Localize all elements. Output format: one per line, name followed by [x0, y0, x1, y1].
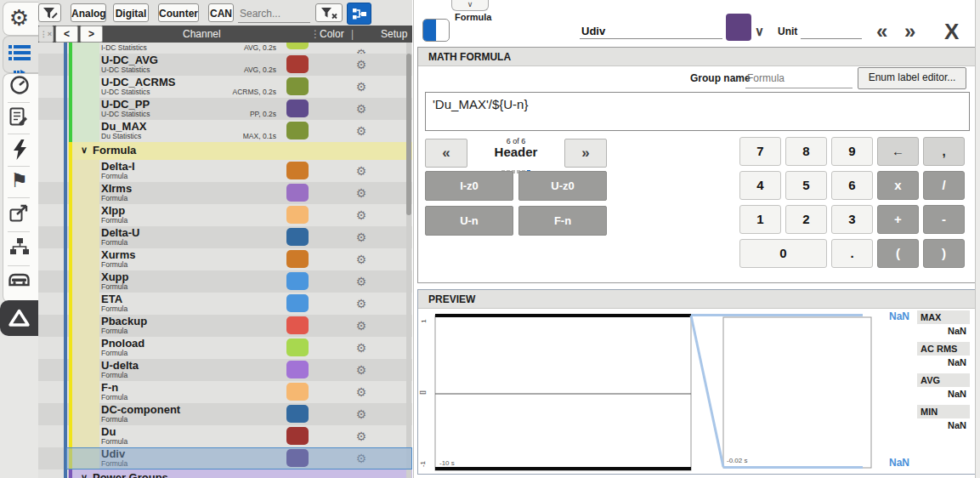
function-button-f-n[interactable]: F-n [518, 206, 607, 236]
keypad-key[interactable]: ( [877, 239, 919, 268]
group-collapse-chevron-icon[interactable]: ∨ [81, 142, 88, 158]
keypad-key[interactable]: . [831, 239, 873, 268]
page-prev-button[interactable]: < [55, 26, 78, 43]
keypad-key[interactable]: , [923, 137, 965, 166]
channel-row[interactable]: XIppFormula⚙ [38, 204, 412, 226]
setup-file-icon[interactable] [0, 107, 38, 132]
channel-row[interactable]: UdivFormula⚙ [38, 447, 412, 469]
column-channel[interactable]: Channel [183, 28, 221, 40]
column-setup[interactable]: Setup [381, 28, 407, 40]
enum-label-editor-button[interactable]: Enum label editor... [858, 67, 966, 89]
unit-input[interactable] [801, 24, 862, 39]
vehicle-car-icon[interactable] [0, 272, 38, 290]
channel-setup-gear-icon[interactable]: ⚙ [353, 230, 370, 245]
channel-color-swatch[interactable] [286, 162, 309, 179]
channel-name-input[interactable] [580, 24, 722, 39]
channel-row[interactable]: U-DC_AVGU-DC StatisticsAVG, 0.2s⚙ [38, 54, 412, 76]
channel-row[interactable]: Du_MAXDu StatisticsMAX, 0.1s⚙ [38, 120, 412, 142]
channel-row[interactable]: U-deltaFormula⚙ [38, 359, 412, 381]
channel-row[interactable]: F-nFormula⚙ [38, 381, 412, 403]
channel-row[interactable]: ETAFormula⚙ [38, 293, 412, 315]
channel-setup-gear-icon[interactable]: ⚙ [353, 163, 370, 179]
channel-color-swatch[interactable] [286, 250, 309, 268]
channel-row[interactable]: PbackupFormula⚙ [38, 315, 412, 337]
channel-color-swatch[interactable] [286, 294, 309, 312]
channel-color-swatch[interactable] [286, 228, 309, 246]
clear-sort-button[interactable]: ⋮× [38, 26, 54, 43]
events-flag-icon[interactable]: ⚑ [0, 170, 38, 191]
settings-gear-icon[interactable]: ⚙ [0, 6, 38, 30]
prev-channel-button[interactable]: « [876, 20, 887, 43]
channel-color-swatch[interactable] [286, 339, 309, 356]
channel-row[interactable]: DuFormula⚙ [38, 425, 412, 447]
keypad-key[interactable]: 3 [831, 205, 873, 234]
channel-color-swatch[interactable] [726, 14, 751, 41]
channel-setup-gear-icon[interactable]: ⚙ [353, 340, 370, 356]
filter-digital-button[interactable]: Digital [113, 3, 149, 22]
export-share-icon[interactable] [0, 204, 38, 226]
filter-counter-button[interactable]: Counter [158, 3, 199, 22]
keypad-page-next-button[interactable]: » [564, 139, 607, 168]
channel-setup-gear-icon[interactable]: ⚙ [353, 429, 370, 444]
keypad-key[interactable]: 7 [739, 137, 781, 166]
channel-setup-gear-icon[interactable]: ⚙ [353, 208, 370, 223]
channel-color-swatch[interactable] [286, 272, 309, 290]
function-button-u-n[interactable]: U-n [425, 206, 513, 236]
channel-setup-gear-icon[interactable]: ⚙ [353, 362, 370, 378]
channel-color-swatch[interactable] [286, 316, 309, 334]
keypad-page-prev-button[interactable]: « [425, 139, 467, 168]
measure-gauge-icon[interactable] [0, 75, 38, 99]
channel-tree-button[interactable] [347, 3, 371, 25]
function-button-u-z0[interactable]: U-z0 [518, 171, 607, 201]
channel-row[interactable]: Delta-UFormula⚙ [38, 226, 412, 248]
keypad-key[interactable]: / [923, 171, 965, 200]
next-channel-button[interactable]: » [904, 20, 915, 43]
system-tree-icon[interactable] [0, 238, 38, 259]
keypad-key[interactable]: ) [923, 239, 965, 268]
channel-setup-gear-icon[interactable]: ⚙ [353, 296, 370, 311]
close-button[interactable]: X [944, 20, 959, 43]
group-header-row[interactable]: ∨Formula [38, 142, 412, 160]
channel-row[interactable]: PnoloadFormula⚙ [38, 337, 412, 359]
storing-bolt-icon[interactable] [0, 139, 38, 164]
channel-used-toggle[interactable] [422, 19, 450, 42]
channel-row[interactable]: I-DC StatisticsAVG, 0.2s⚙ [38, 43, 412, 54]
channel-color-swatch[interactable] [286, 383, 309, 401]
channel-color-swatch[interactable] [286, 405, 309, 423]
keypad-key[interactable]: ← [877, 137, 919, 166]
filter-edit-button[interactable] [38, 3, 61, 22]
channel-scrollbar[interactable] [406, 43, 411, 478]
search-input[interactable] [238, 3, 314, 24]
formula-expression-input[interactable]: 'Du_MAX'/${U-n} [425, 92, 970, 131]
keypad-key[interactable]: 0 [739, 239, 827, 268]
keypad-key[interactable]: 6 [831, 171, 873, 200]
channel-row[interactable]: U-DC_ACRMSU-DC StatisticsACRMS, 0.2s⚙ [38, 76, 412, 98]
channel-setup-gear-icon[interactable]: ⚙ [353, 384, 370, 400]
channel-list-icon[interactable] [0, 44, 38, 65]
channel-row[interactable]: XuppFormula⚙ [38, 270, 412, 293]
channel-row[interactable]: XIrmsFormula⚙ [38, 182, 412, 204]
channel-setup-gear-icon[interactable]: ⚙ [353, 123, 370, 139]
scrollbar-thumb[interactable] [406, 54, 411, 215]
channel-setup-gear-icon[interactable]: ⚙ [353, 185, 370, 201]
filter-analog-button[interactable]: Analog [71, 3, 106, 22]
group-name-input[interactable] [745, 69, 853, 88]
group-collapse-chevron-icon[interactable]: ∨ [81, 469, 88, 478]
channel-color-swatch[interactable] [286, 184, 309, 202]
channel-setup-gear-icon[interactable]: ⚙ [353, 79, 370, 94]
page-next-button[interactable]: > [80, 26, 103, 43]
keypad-key[interactable]: 9 [831, 137, 873, 166]
filter-clear-button[interactable] [315, 3, 343, 22]
keypad-key[interactable]: 2 [785, 205, 827, 234]
keypad-key[interactable]: 1 [739, 205, 781, 234]
group-header-row[interactable]: ∨Power Groups [38, 469, 412, 478]
channel-color-swatch[interactable] [286, 206, 309, 224]
channel-color-swatch[interactable] [286, 100, 309, 117]
column-color[interactable]: Color [320, 28, 344, 40]
channel-setup-gear-icon[interactable]: ⚙ [353, 252, 370, 267]
color-dropdown-chevron-icon[interactable]: ∨ [755, 24, 764, 39]
channel-setup-gear-icon[interactable]: ⚙ [353, 274, 370, 289]
keypad-key[interactable]: x [877, 171, 919, 200]
channel-setup-gear-icon[interactable]: ⚙ [353, 407, 370, 422]
channel-setup-gear-icon[interactable]: ⚙ [353, 101, 370, 117]
